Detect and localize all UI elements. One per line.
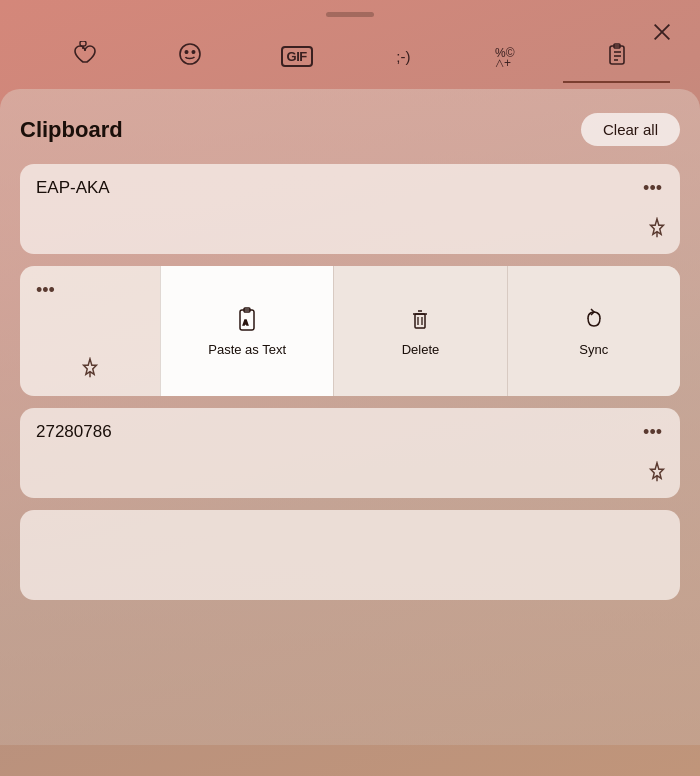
symbols-icon: %© △+ — [495, 41, 525, 71]
svg-point-6 — [192, 51, 194, 53]
paste-as-text-button[interactable]: A Paste as Text — [160, 266, 333, 396]
svg-rect-19 — [415, 314, 425, 328]
drag-handle[interactable] — [0, 0, 700, 25]
tab-gif[interactable]: GIF — [243, 33, 350, 83]
main-content: Clipboard Clear all EAP-AKA ••• ••• — [0, 89, 700, 745]
svg-text:A: A — [243, 319, 248, 326]
svg-rect-2 — [80, 41, 86, 46]
clipboard-icon — [604, 41, 630, 71]
clipboard-item-2: ••• A Paste as Text — [20, 266, 680, 396]
item-2-left: ••• — [20, 266, 160, 396]
clipboard-item-1: EAP-AKA ••• — [20, 164, 680, 254]
paste-as-text-label: Paste as Text — [208, 342, 286, 357]
delete-label: Delete — [402, 342, 440, 357]
clipboard-header: Clipboard Clear all — [20, 113, 680, 146]
clipboard-item-3: 27280786 ••• — [20, 408, 680, 498]
item-1-pin-button[interactable] — [646, 217, 668, 242]
sync-label: Sync — [579, 342, 608, 357]
tab-emoji[interactable] — [137, 33, 244, 83]
drag-bar — [326, 12, 374, 17]
svg-point-5 — [185, 51, 187, 53]
item-1-text: EAP-AKA — [36, 178, 110, 197]
clear-all-button[interactable]: Clear all — [581, 113, 680, 146]
svg-text:△+: △+ — [495, 56, 511, 67]
gif-icon: GIF — [281, 46, 313, 67]
delete-button[interactable]: Delete — [333, 266, 506, 396]
sync-button[interactable]: Sync — [507, 266, 680, 396]
tab-clipboard[interactable] — [563, 33, 670, 83]
stickers-icon — [70, 41, 96, 71]
tab-kaomoji[interactable]: ;-) — [350, 33, 457, 83]
kaomoji-icon: ;-) — [396, 49, 410, 64]
item-2-menu-actions: A Paste as Text Delete — [160, 266, 680, 396]
tab-stickers[interactable] — [30, 33, 137, 83]
tab-symbols[interactable]: %© △+ — [457, 33, 564, 83]
item-3-pin-button[interactable] — [646, 461, 668, 486]
item-2-menu-button[interactable]: ••• — [36, 280, 144, 301]
item-3-text: 27280786 — [36, 422, 112, 441]
clipboard-title: Clipboard — [20, 117, 123, 143]
svg-point-4 — [180, 44, 200, 64]
item-2-pin-button[interactable] — [36, 357, 144, 382]
clipboard-item-4 — [20, 510, 680, 600]
item-3-menu-button[interactable]: ••• — [637, 420, 668, 445]
tab-bar: GIF ;-) %© △+ — [0, 25, 700, 83]
item-1-menu-button[interactable]: ••• — [637, 176, 668, 201]
emoji-icon — [177, 41, 203, 71]
